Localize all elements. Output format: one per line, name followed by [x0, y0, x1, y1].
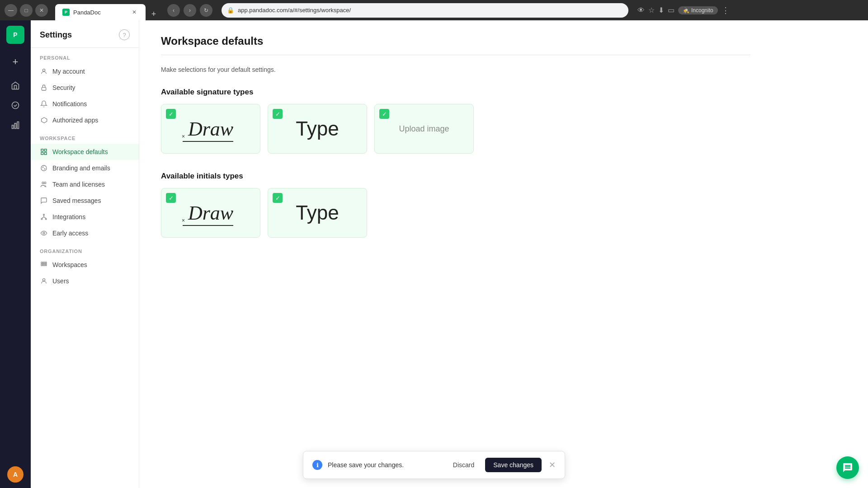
settings-sidebar: Settings ? PERSONAL My account Security … [31, 20, 139, 488]
svg-rect-24 [43, 264, 45, 266]
sig-draw-label: Draw [188, 118, 233, 140]
tab-favicon: P [62, 9, 70, 16]
sig-type-checkbox[interactable]: ✓ [273, 109, 283, 119]
save-changes-button[interactable]: Save changes [485, 458, 542, 472]
sig-card-upload[interactable]: ✓ Upload image [374, 104, 474, 154]
svg-point-13 [43, 214, 45, 216]
sidebar-item-workspaces[interactable]: Workspaces [31, 257, 139, 273]
sidebar-item-workspace-defaults[interactable]: Workspace defaults [31, 144, 139, 160]
download-icon[interactable]: ⬇ [658, 6, 664, 14]
browser-tabs: P PandaDoc ✕ + [55, 0, 160, 20]
sig-card-draw[interactable]: ✓ Draw × [161, 104, 260, 154]
initials-draw-checkbox[interactable]: ✓ [166, 193, 176, 203]
eye-slash-icon[interactable]: 👁 [637, 6, 645, 14]
tab-close-button[interactable]: ✕ [130, 8, 138, 16]
sig-type-label: Type [296, 117, 339, 140]
integrations-icon [40, 213, 48, 221]
browser-controls: — □ ✕ [5, 4, 48, 17]
svg-line-17 [42, 217, 44, 218]
sidebar-item-saved-messages-label: Saved messages [52, 197, 101, 204]
sidebar-toggle-icon[interactable]: ▭ [668, 6, 675, 14]
initials-draw-underline [183, 225, 233, 226]
sidebar-item-integrations[interactable]: Integrations [31, 209, 139, 225]
person-icon [40, 67, 48, 75]
rail-chart-icon[interactable] [6, 116, 24, 134]
organization-section-label: ORGANIZATION [31, 241, 139, 257]
sidebar-item-early-access-label: Early access [52, 230, 88, 237]
svg-rect-3 [17, 122, 19, 129]
grid-icon [40, 148, 48, 156]
svg-rect-7 [44, 149, 47, 151]
initials-types-title: Available initials types [161, 172, 750, 181]
browser-actions: 👁 ☆ ⬇ ▭ 🕵 Incognito ⋮ [637, 5, 730, 15]
initials-card-type[interactable]: ✓ Type [268, 188, 367, 238]
message-icon [40, 197, 48, 205]
sig-upload-checkbox[interactable]: ✓ [379, 109, 389, 119]
signature-types-row: ✓ Draw × ✓ Type ✓ Upload image [161, 104, 750, 154]
sidebar-item-notifications[interactable]: Notifications [31, 96, 139, 112]
rail-add-button[interactable]: + [6, 53, 24, 71]
close-window-button[interactable]: ✕ [35, 4, 48, 17]
sidebar-item-security-label: Security [52, 84, 75, 91]
rail-home-icon[interactable] [6, 76, 24, 94]
notification-message: Please save your changes. [328, 461, 442, 469]
page-description: Make selections for your default setting… [161, 66, 750, 73]
sidebar-item-saved-messages[interactable]: Saved messages [31, 192, 139, 209]
svg-point-14 [41, 218, 42, 220]
discard-button[interactable]: Discard [448, 459, 480, 471]
sidebar-item-my-account-label: My account [52, 68, 85, 75]
forward-button[interactable]: › [184, 4, 196, 17]
bell-icon [40, 100, 48, 108]
active-tab[interactable]: P PandaDoc ✕ [55, 4, 146, 20]
address-bar[interactable]: 🔒 app.pandadoc.com/a/#/settings/workspac… [222, 3, 628, 18]
rail-avatar[interactable]: A [7, 466, 24, 483]
svg-rect-9 [44, 152, 47, 155]
svg-rect-22 [45, 262, 47, 263]
lock-icon [40, 84, 48, 92]
notification-bar: ℹ Please save your changes. Discard Save… [303, 451, 565, 479]
star-icon[interactable]: ☆ [648, 6, 655, 14]
svg-point-4 [42, 69, 45, 71]
menu-icon[interactable]: ⋮ [722, 5, 730, 15]
svg-point-10 [41, 165, 47, 171]
sidebar-item-early-access[interactable]: Early access [31, 225, 139, 241]
incognito-badge: 🕵 Incognito [678, 6, 718, 14]
chat-bubble[interactable] [836, 456, 859, 479]
app-wrapper: P + A Settings ? PERSONAL [0, 20, 868, 488]
sig-draw-checkbox[interactable]: ✓ [166, 109, 176, 119]
users-icon [40, 277, 48, 285]
maximize-button[interactable]: □ [20, 4, 33, 17]
svg-rect-5 [42, 87, 46, 90]
sidebar-item-users-label: Users [52, 277, 69, 285]
apps-icon [40, 116, 48, 124]
svg-rect-23 [41, 264, 42, 266]
rail-check-icon[interactable] [6, 96, 24, 114]
initials-type-checkbox[interactable]: ✓ [273, 193, 283, 203]
help-button[interactable]: ? [119, 29, 130, 40]
sidebar-item-users[interactable]: Users [31, 273, 139, 289]
rail-logo[interactable]: P [6, 26, 24, 44]
main-content: Workspace defaults Make selections for y… [139, 20, 868, 488]
workspaces-icon [40, 261, 48, 269]
team-icon [40, 180, 48, 188]
sidebar-item-authorized-apps-label: Authorized apps [52, 117, 98, 124]
reload-button[interactable]: ↻ [200, 4, 212, 17]
svg-line-18 [44, 217, 46, 218]
new-tab-button[interactable]: + [147, 8, 160, 20]
sig-card-type[interactable]: ✓ Type [268, 104, 367, 154]
page-title: Workspace defaults [161, 35, 750, 47]
sidebar-item-my-account[interactable]: My account [31, 63, 139, 80]
initials-card-draw[interactable]: ✓ Draw × [161, 188, 260, 238]
notification-close-button[interactable]: ✕ [549, 460, 556, 470]
initials-draw-x: × [182, 217, 185, 224]
back-button[interactable]: ‹ [167, 4, 180, 17]
sidebar-item-team-licenses[interactable]: Team and licenses [31, 176, 139, 192]
tab-title: PandaDoc [73, 9, 101, 16]
sidebar-item-security[interactable]: Security [31, 80, 139, 96]
svg-point-26 [42, 279, 45, 281]
sidebar-item-authorized-apps[interactable]: Authorized apps [31, 112, 139, 128]
settings-header: Settings ? [31, 20, 139, 48]
svg-rect-1 [12, 125, 14, 129]
minimize-button[interactable]: — [5, 4, 17, 17]
sidebar-item-branding-emails[interactable]: Branding and emails [31, 160, 139, 176]
